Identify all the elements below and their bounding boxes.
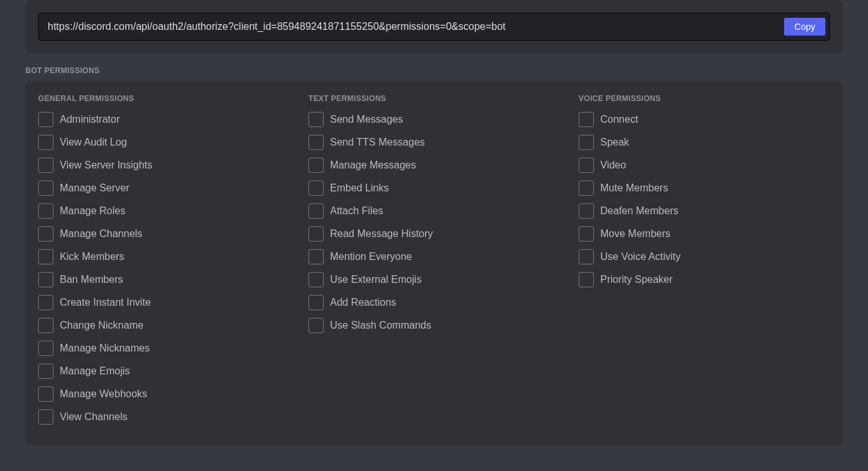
permission-checkbox-row[interactable]: Send TTS Messages bbox=[308, 135, 560, 150]
permission-checkbox-row[interactable]: Manage Webhooks bbox=[38, 386, 289, 402]
checkbox-icon[interactable] bbox=[38, 272, 53, 287]
permission-label: Mention Everyone bbox=[330, 249, 412, 264]
permission-checkbox-row[interactable]: Add Reactions bbox=[308, 295, 560, 310]
checkbox-icon[interactable] bbox=[38, 203, 53, 219]
oauth-url-section: Copy bbox=[25, 0, 843, 53]
permission-label: Embed Links bbox=[330, 181, 389, 196]
permission-column-header: GENERAL PERMISSIONS bbox=[38, 94, 289, 103]
copy-button[interactable]: Copy bbox=[784, 18, 825, 36]
permission-checkbox-row[interactable]: Manage Roles bbox=[38, 203, 289, 219]
permission-checkbox-row[interactable]: Connect bbox=[579, 112, 830, 127]
permission-label: Priority Speaker bbox=[600, 272, 673, 287]
checkbox-icon[interactable] bbox=[308, 158, 324, 173]
permission-label: Create Instant Invite bbox=[60, 295, 151, 310]
oauth-url-row: Copy bbox=[38, 13, 830, 41]
permission-label: View Audit Log bbox=[60, 135, 127, 150]
permission-label: Deafen Members bbox=[600, 203, 679, 219]
permission-column-header: TEXT PERMISSIONS bbox=[308, 94, 560, 103]
permission-label: Manage Channels bbox=[60, 226, 142, 242]
permission-checkbox-row[interactable]: Attach Files bbox=[308, 203, 560, 219]
checkbox-icon[interactable] bbox=[579, 135, 594, 150]
permission-label: Ban Members bbox=[60, 272, 123, 287]
checkbox-icon[interactable] bbox=[38, 112, 53, 127]
permission-checkbox-row[interactable]: Use External Emojis bbox=[308, 272, 560, 287]
permission-label: Manage Webhooks bbox=[60, 386, 148, 402]
checkbox-icon[interactable] bbox=[308, 135, 324, 150]
permission-label: Move Members bbox=[600, 226, 670, 242]
checkbox-icon[interactable] bbox=[38, 249, 53, 264]
permission-label: Speak bbox=[600, 135, 629, 150]
checkbox-icon[interactable] bbox=[579, 249, 594, 264]
permission-checkbox-row[interactable]: Manage Server bbox=[38, 181, 289, 196]
permission-column: TEXT PERMISSIONSSend MessagesSend TTS Me… bbox=[308, 94, 560, 432]
checkbox-icon[interactable] bbox=[308, 295, 324, 310]
permission-label: Kick Members bbox=[60, 249, 124, 264]
permission-checkbox-row[interactable]: Move Members bbox=[579, 226, 830, 242]
checkbox-icon[interactable] bbox=[579, 272, 594, 287]
permission-checkbox-row[interactable]: Embed Links bbox=[308, 181, 560, 196]
permission-checkbox-row[interactable]: Send Messages bbox=[308, 112, 560, 127]
checkbox-icon[interactable] bbox=[308, 181, 324, 196]
permission-checkbox-row[interactable]: Video bbox=[579, 158, 830, 173]
permission-checkbox-row[interactable]: View Audit Log bbox=[38, 135, 289, 150]
oauth-url-input[interactable] bbox=[39, 13, 784, 40]
permission-checkbox-row[interactable]: Create Instant Invite bbox=[38, 295, 289, 310]
checkbox-icon[interactable] bbox=[579, 112, 594, 127]
permission-checkbox-row[interactable]: View Channels bbox=[38, 409, 289, 425]
permission-checkbox-row[interactable]: Ban Members bbox=[38, 272, 289, 287]
permission-label: View Server Insights bbox=[60, 158, 153, 173]
permission-checkbox-row[interactable]: Mute Members bbox=[579, 181, 830, 196]
permission-label: Send Messages bbox=[330, 112, 403, 127]
permissions-grid: GENERAL PERMISSIONSAdministratorView Aud… bbox=[38, 94, 830, 432]
permission-checkbox-row[interactable]: Read Message History bbox=[308, 226, 560, 242]
checkbox-icon[interactable] bbox=[38, 226, 53, 242]
permission-checkbox-row[interactable]: Change Nickname bbox=[38, 318, 289, 333]
checkbox-icon[interactable] bbox=[38, 341, 53, 356]
permission-column: VOICE PERMISSIONSConnectSpeakVideoMute M… bbox=[579, 94, 830, 432]
checkbox-icon[interactable] bbox=[38, 318, 53, 333]
checkbox-icon[interactable] bbox=[38, 181, 53, 196]
checkbox-icon[interactable] bbox=[38, 409, 53, 425]
permission-checkbox-row[interactable]: Manage Emojis bbox=[38, 364, 289, 379]
checkbox-icon[interactable] bbox=[308, 249, 324, 264]
permission-checkbox-row[interactable]: Deafen Members bbox=[579, 203, 830, 219]
checkbox-icon[interactable] bbox=[38, 295, 53, 310]
permission-label: Use External Emojis bbox=[330, 272, 422, 287]
permission-checkbox-row[interactable]: Use Voice Activity bbox=[579, 249, 830, 264]
permission-checkbox-row[interactable]: Kick Members bbox=[38, 249, 289, 264]
permission-label: Manage Messages bbox=[330, 158, 416, 173]
permission-checkbox-row[interactable]: Priority Speaker bbox=[579, 272, 830, 287]
permission-label: Manage Nicknames bbox=[60, 341, 149, 356]
checkbox-icon[interactable] bbox=[38, 386, 53, 402]
permission-checkbox-row[interactable]: View Server Insights bbox=[38, 158, 289, 173]
checkbox-icon[interactable] bbox=[308, 203, 324, 219]
checkbox-icon[interactable] bbox=[579, 203, 594, 219]
permission-label: Change Nickname bbox=[60, 318, 144, 333]
permission-checkbox-row[interactable]: Manage Messages bbox=[308, 158, 560, 173]
permission-checkbox-row[interactable]: Use Slash Commands bbox=[308, 318, 560, 333]
permission-column: GENERAL PERMISSIONSAdministratorView Aud… bbox=[38, 94, 289, 432]
checkbox-icon[interactable] bbox=[38, 135, 53, 150]
checkbox-icon[interactable] bbox=[308, 112, 324, 127]
permission-checkbox-row[interactable]: Speak bbox=[579, 135, 830, 150]
permission-label: Manage Roles bbox=[60, 203, 125, 219]
permission-checkbox-row[interactable]: Manage Channels bbox=[38, 226, 289, 242]
checkbox-icon[interactable] bbox=[38, 158, 53, 173]
permission-label: Add Reactions bbox=[330, 295, 396, 310]
bot-permissions-label: BOT PERMISSIONS bbox=[25, 66, 843, 75]
checkbox-icon[interactable] bbox=[308, 318, 324, 333]
permission-label: Connect bbox=[600, 112, 638, 127]
checkbox-icon[interactable] bbox=[579, 181, 594, 196]
checkbox-icon[interactable] bbox=[579, 226, 594, 242]
checkbox-icon[interactable] bbox=[38, 364, 53, 379]
permission-checkbox-row[interactable]: Mention Everyone bbox=[308, 249, 560, 264]
permission-label: Attach Files bbox=[330, 203, 383, 219]
permission-checkbox-row[interactable]: Manage Nicknames bbox=[38, 341, 289, 356]
checkbox-icon[interactable] bbox=[308, 226, 324, 242]
permission-checkbox-row[interactable]: Administrator bbox=[38, 112, 289, 127]
checkbox-icon[interactable] bbox=[579, 158, 594, 173]
permission-label: Mute Members bbox=[600, 181, 668, 196]
permission-column-header: VOICE PERMISSIONS bbox=[579, 94, 830, 103]
permission-label: Use Voice Activity bbox=[600, 249, 680, 264]
checkbox-icon[interactable] bbox=[308, 272, 324, 287]
